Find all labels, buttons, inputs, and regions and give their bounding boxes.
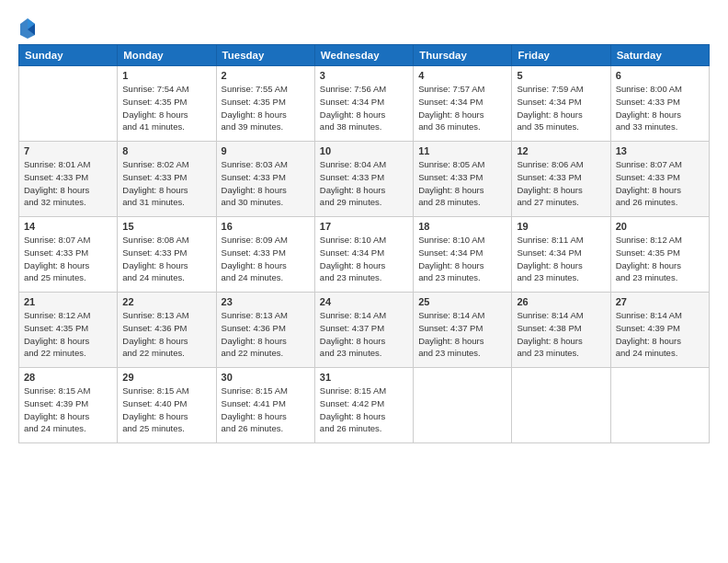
day-info: Sunrise: 8:14 AM Sunset: 4:37 PM Dayligh… <box>320 309 408 360</box>
day-info: Sunrise: 8:12 AM Sunset: 4:35 PM Dayligh… <box>616 234 704 284</box>
calendar-cell: 26Sunrise: 8:14 AM Sunset: 4:38 PM Dayli… <box>512 293 610 368</box>
calendar-cell: 2Sunrise: 7:55 AM Sunset: 4:35 PM Daylig… <box>216 66 314 142</box>
calendar-week-row: 7Sunrise: 8:01 AM Sunset: 4:33 PM Daylig… <box>19 142 710 217</box>
calendar-cell: 23Sunrise: 8:13 AM Sunset: 4:36 PM Dayli… <box>216 293 314 368</box>
day-number: 23 <box>222 296 310 307</box>
calendar-cell: 10Sunrise: 8:04 AM Sunset: 4:33 PM Dayli… <box>314 142 413 217</box>
logo <box>18 17 39 39</box>
calendar-cell: 29Sunrise: 8:15 AM Sunset: 4:40 PM Dayli… <box>118 368 216 443</box>
weekday-header-tuesday: Tuesday <box>216 45 314 66</box>
weekday-header-sunday: Sunday <box>19 45 118 66</box>
day-number: 1 <box>122 70 210 81</box>
calendar-cell: 20Sunrise: 8:12 AM Sunset: 4:35 PM Dayli… <box>610 217 709 293</box>
weekday-header-row: SundayMondayTuesdayWednesdayThursdayFrid… <box>19 45 710 66</box>
day-info: Sunrise: 8:10 AM Sunset: 4:34 PM Dayligh… <box>320 234 408 284</box>
calendar-cell: 8Sunrise: 8:02 AM Sunset: 4:33 PM Daylig… <box>118 142 216 217</box>
calendar-week-row: 28Sunrise: 8:15 AM Sunset: 4:39 PM Dayli… <box>19 368 710 443</box>
day-number: 17 <box>320 221 408 232</box>
calendar-cell: 12Sunrise: 8:06 AM Sunset: 4:33 PM Dayli… <box>512 142 610 217</box>
day-number: 12 <box>517 145 605 156</box>
day-info: Sunrise: 8:14 AM Sunset: 4:39 PM Dayligh… <box>616 309 704 360</box>
day-number: 5 <box>517 70 605 81</box>
day-number: 13 <box>616 145 704 156</box>
day-info: Sunrise: 8:05 AM Sunset: 4:33 PM Dayligh… <box>418 158 506 209</box>
day-info: Sunrise: 8:13 AM Sunset: 4:36 PM Dayligh… <box>222 309 310 360</box>
day-info: Sunrise: 8:15 AM Sunset: 4:41 PM Dayligh… <box>222 385 310 435</box>
calendar-cell: 19Sunrise: 8:11 AM Sunset: 4:34 PM Dayli… <box>512 217 610 293</box>
day-info: Sunrise: 8:07 AM Sunset: 4:33 PM Dayligh… <box>616 158 704 209</box>
day-number: 3 <box>320 70 408 81</box>
day-info: Sunrise: 7:59 AM Sunset: 4:34 PM Dayligh… <box>517 83 605 133</box>
day-info: Sunrise: 8:14 AM Sunset: 4:38 PM Dayligh… <box>517 309 605 360</box>
calendar-cell: 22Sunrise: 8:13 AM Sunset: 4:36 PM Dayli… <box>118 293 216 368</box>
calendar-cell <box>512 368 610 443</box>
day-info: Sunrise: 8:01 AM Sunset: 4:33 PM Dayligh… <box>24 158 112 209</box>
day-info: Sunrise: 8:10 AM Sunset: 4:34 PM Dayligh… <box>418 234 506 284</box>
calendar-cell: 15Sunrise: 8:08 AM Sunset: 4:33 PM Dayli… <box>118 217 216 293</box>
day-number: 7 <box>24 145 112 156</box>
calendar-cell <box>610 368 709 443</box>
calendar-cell: 9Sunrise: 8:03 AM Sunset: 4:33 PM Daylig… <box>216 142 314 217</box>
calendar-cell: 1Sunrise: 7:54 AM Sunset: 4:35 PM Daylig… <box>118 66 216 142</box>
day-info: Sunrise: 8:13 AM Sunset: 4:36 PM Dayligh… <box>122 309 210 360</box>
day-number: 10 <box>320 145 408 156</box>
day-info: Sunrise: 7:57 AM Sunset: 4:34 PM Dayligh… <box>418 83 506 133</box>
day-number: 15 <box>122 221 210 232</box>
day-info: Sunrise: 7:56 AM Sunset: 4:34 PM Dayligh… <box>320 83 408 133</box>
calendar-cell: 16Sunrise: 8:09 AM Sunset: 4:33 PM Dayli… <box>216 217 314 293</box>
day-info: Sunrise: 7:54 AM Sunset: 4:35 PM Dayligh… <box>122 83 210 133</box>
day-number: 6 <box>616 70 704 81</box>
calendar-cell: 17Sunrise: 8:10 AM Sunset: 4:34 PM Dayli… <box>314 217 413 293</box>
day-info: Sunrise: 8:09 AM Sunset: 4:33 PM Dayligh… <box>222 234 310 284</box>
day-number: 25 <box>418 296 506 307</box>
day-number: 8 <box>122 145 210 156</box>
day-info: Sunrise: 8:15 AM Sunset: 4:39 PM Dayligh… <box>24 385 112 435</box>
calendar-cell: 14Sunrise: 8:07 AM Sunset: 4:33 PM Dayli… <box>19 217 118 293</box>
day-number: 14 <box>24 221 112 232</box>
day-number: 2 <box>222 70 310 81</box>
calendar-cell: 11Sunrise: 8:05 AM Sunset: 4:33 PM Dayli… <box>414 142 512 217</box>
calendar-cell: 31Sunrise: 8:15 AM Sunset: 4:42 PM Dayli… <box>314 368 413 443</box>
day-info: Sunrise: 8:12 AM Sunset: 4:35 PM Dayligh… <box>24 309 112 360</box>
calendar-cell <box>19 66 118 142</box>
day-number: 31 <box>320 372 408 383</box>
calendar-table: SundayMondayTuesdayWednesdayThursdayFrid… <box>18 44 710 443</box>
calendar-cell: 4Sunrise: 7:57 AM Sunset: 4:34 PM Daylig… <box>414 66 512 142</box>
calendar-cell: 18Sunrise: 8:10 AM Sunset: 4:34 PM Dayli… <box>414 217 512 293</box>
calendar-cell: 7Sunrise: 8:01 AM Sunset: 4:33 PM Daylig… <box>19 142 118 217</box>
day-number: 21 <box>24 296 112 307</box>
day-number: 28 <box>24 372 112 383</box>
weekday-header-monday: Monday <box>118 45 216 66</box>
weekday-header-wednesday: Wednesday <box>314 45 413 66</box>
day-info: Sunrise: 8:03 AM Sunset: 4:33 PM Dayligh… <box>222 158 310 209</box>
calendar-cell: 21Sunrise: 8:12 AM Sunset: 4:35 PM Dayli… <box>19 293 118 368</box>
calendar-cell: 3Sunrise: 7:56 AM Sunset: 4:34 PM Daylig… <box>314 66 413 142</box>
day-number: 20 <box>616 221 704 232</box>
calendar-week-row: 1Sunrise: 7:54 AM Sunset: 4:35 PM Daylig… <box>19 66 710 142</box>
day-info: Sunrise: 8:00 AM Sunset: 4:33 PM Dayligh… <box>616 83 704 133</box>
day-number: 26 <box>517 296 605 307</box>
day-info: Sunrise: 8:07 AM Sunset: 4:33 PM Dayligh… <box>24 234 112 284</box>
day-number: 19 <box>517 221 605 232</box>
calendar-cell <box>414 368 512 443</box>
day-number: 16 <box>222 221 310 232</box>
day-info: Sunrise: 8:11 AM Sunset: 4:34 PM Dayligh… <box>517 234 605 284</box>
day-number: 30 <box>222 372 310 383</box>
calendar-cell: 27Sunrise: 8:14 AM Sunset: 4:39 PM Dayli… <box>610 293 709 368</box>
page: SundayMondayTuesdayWednesdayThursdayFrid… <box>0 0 728 563</box>
day-number: 29 <box>122 372 210 383</box>
calendar-week-row: 14Sunrise: 8:07 AM Sunset: 4:33 PM Dayli… <box>19 217 710 293</box>
day-number: 9 <box>222 145 310 156</box>
calendar-cell: 28Sunrise: 8:15 AM Sunset: 4:39 PM Dayli… <box>19 368 118 443</box>
day-info: Sunrise: 8:02 AM Sunset: 4:33 PM Dayligh… <box>122 158 210 209</box>
day-number: 11 <box>418 145 506 156</box>
logo-icon <box>18 17 37 39</box>
calendar-cell: 25Sunrise: 8:14 AM Sunset: 4:37 PM Dayli… <box>414 293 512 368</box>
weekday-header-friday: Friday <box>512 45 610 66</box>
day-number: 22 <box>122 296 210 307</box>
calendar-cell: 5Sunrise: 7:59 AM Sunset: 4:34 PM Daylig… <box>512 66 610 142</box>
day-number: 4 <box>418 70 506 81</box>
weekday-header-saturday: Saturday <box>610 45 709 66</box>
calendar-cell: 6Sunrise: 8:00 AM Sunset: 4:33 PM Daylig… <box>610 66 709 142</box>
day-info: Sunrise: 7:55 AM Sunset: 4:35 PM Dayligh… <box>222 83 310 133</box>
